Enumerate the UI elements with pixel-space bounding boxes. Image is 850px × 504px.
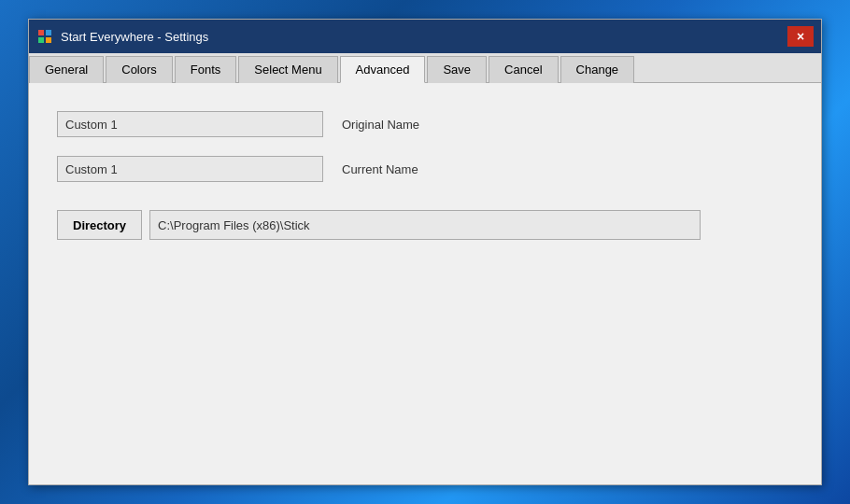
tab-cancel[interactable]: Cancel	[489, 56, 558, 83]
current-name-label: Current Name	[342, 162, 463, 176]
settings-window: Start Everywhere - Settings × General Co…	[28, 19, 822, 485]
svg-rect-0	[38, 30, 44, 35]
tab-colors[interactable]: Colors	[106, 56, 173, 83]
app-icon	[36, 28, 53, 45]
tab-fonts[interactable]: Fonts	[175, 56, 237, 83]
directory-path-input[interactable]	[149, 210, 701, 240]
title-bar-left: Start Everywhere - Settings	[36, 28, 208, 45]
tab-advanced[interactable]: Advanced	[340, 56, 426, 83]
original-name-row: Original Name	[57, 111, 793, 137]
svg-rect-2	[38, 37, 44, 43]
svg-rect-1	[46, 30, 51, 35]
tab-general[interactable]: General	[29, 56, 104, 83]
directory-row: Directory	[57, 210, 793, 240]
current-name-input[interactable]	[57, 156, 323, 182]
content-area: Original Name Current Name Directory	[29, 83, 821, 484]
directory-button[interactable]: Directory	[57, 210, 142, 240]
tab-select-menu[interactable]: Select Menu	[238, 56, 337, 83]
original-name-input[interactable]	[57, 111, 323, 137]
title-bar: Start Everywhere - Settings ×	[29, 20, 821, 53]
tab-bar: General Colors Fonts Select Menu Advance…	[29, 53, 821, 83]
window-title: Start Everywhere - Settings	[61, 30, 208, 44]
close-button[interactable]: ×	[787, 26, 814, 47]
svg-rect-3	[46, 37, 51, 43]
tab-change[interactable]: Change	[560, 56, 635, 83]
original-name-label: Original Name	[342, 118, 463, 132]
current-name-row: Current Name	[57, 156, 793, 182]
tab-save[interactable]: Save	[427, 56, 487, 83]
